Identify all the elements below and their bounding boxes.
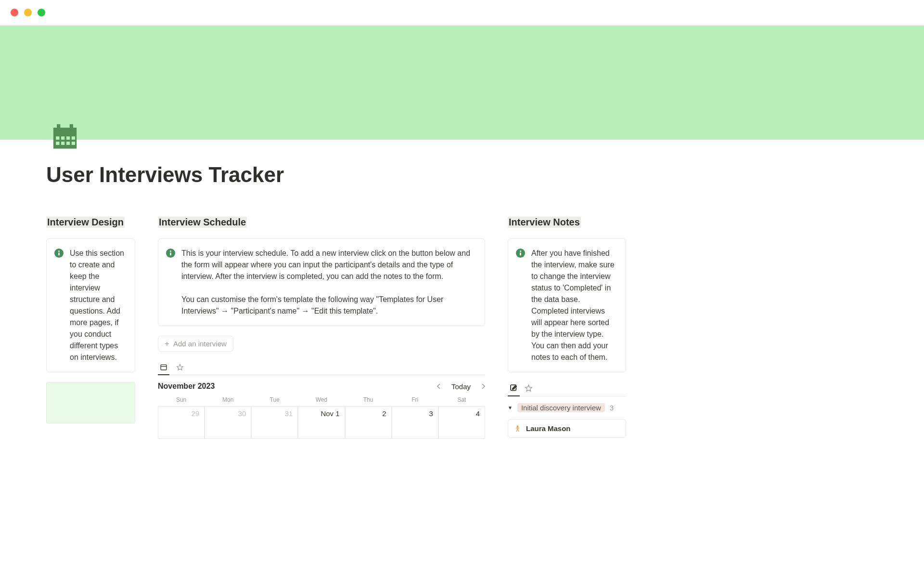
notes-view-tabs xyxy=(508,382,626,396)
calendar-cell[interactable]: 30 xyxy=(205,406,251,439)
calendar-month-label[interactable]: November 2023 xyxy=(158,382,215,391)
svg-rect-17 xyxy=(161,365,167,370)
day-label: Wed xyxy=(298,396,345,403)
columns: Interview Design Use this section to cre… xyxy=(46,217,878,439)
heading-interview-design[interactable]: Interview Design xyxy=(46,217,125,228)
day-label: Mon xyxy=(205,396,251,403)
page-icon[interactable] xyxy=(51,122,79,150)
interview-note-item[interactable]: Laura Mason xyxy=(508,419,626,438)
add-interview-button[interactable]: + Add an interview xyxy=(158,336,233,352)
svg-rect-9 xyxy=(66,142,70,145)
day-label: Sat xyxy=(438,396,485,403)
info-icon xyxy=(54,249,64,258)
svg-rect-10 xyxy=(72,142,75,145)
chevron-right-icon[interactable] xyxy=(481,383,485,389)
svg-rect-2 xyxy=(70,124,73,129)
svg-rect-4 xyxy=(61,136,64,140)
svg-rect-5 xyxy=(66,136,70,140)
collapse-toggle-icon[interactable]: ▼ xyxy=(508,405,513,410)
person-name: Laura Mason xyxy=(526,424,571,433)
column-interview-design: Interview Design Use this section to cre… xyxy=(46,217,135,439)
calendar-cell[interactable]: Nov 1 xyxy=(298,406,345,439)
star-view-tab[interactable] xyxy=(523,382,535,396)
edit-view-tab[interactable] xyxy=(508,382,520,396)
svg-rect-6 xyxy=(72,136,75,140)
calendar-nav: Today xyxy=(437,382,485,391)
heading-interview-notes[interactable]: Interview Notes xyxy=(508,217,581,228)
page-cover[interactable] xyxy=(0,26,924,140)
day-label: Tue xyxy=(251,396,298,403)
svg-point-15 xyxy=(170,250,171,252)
close-window-icon[interactable] xyxy=(11,9,18,16)
calendar-cell[interactable]: 31 xyxy=(251,406,298,439)
maximize-window-icon[interactable] xyxy=(38,9,45,16)
person-icon xyxy=(514,425,521,432)
callout-schedule[interactable]: This is your interview schedule. To add … xyxy=(158,238,485,326)
heading-interview-schedule[interactable]: Interview Schedule xyxy=(158,217,247,228)
callout-schedule-text: This is your interview schedule. To add … xyxy=(181,248,476,317)
star-view-tab[interactable] xyxy=(174,362,186,375)
window-controls xyxy=(0,0,924,26)
calendar-day-labels: Sun Mon Tue Wed Thu Fri Sat xyxy=(158,396,485,403)
calendar-cell[interactable]: 29 xyxy=(158,406,205,439)
calendar-cell[interactable]: 2 xyxy=(345,406,392,439)
calendar-view-tab[interactable] xyxy=(158,361,169,375)
callout-design[interactable]: Use this section to create and keep the … xyxy=(46,238,135,372)
callout-notes[interactable]: After you have finished the interview, m… xyxy=(508,238,626,372)
svg-point-20 xyxy=(520,250,521,252)
calendar-grid: 29 30 31 Nov 1 2 3 4 xyxy=(158,406,485,439)
info-icon xyxy=(516,249,525,258)
svg-rect-8 xyxy=(61,142,64,145)
info-icon xyxy=(166,249,175,258)
day-label: Thu xyxy=(345,396,392,403)
day-label: Fri xyxy=(392,396,438,403)
plus-icon: + xyxy=(165,340,169,348)
svg-point-12 xyxy=(58,250,60,252)
svg-rect-1 xyxy=(57,124,60,129)
group-tag: Initial discovery interview xyxy=(517,403,605,412)
today-button[interactable]: Today xyxy=(451,382,471,391)
column-interview-notes: Interview Notes After you have finished … xyxy=(508,217,626,439)
calendar-header: November 2023 Today xyxy=(158,382,485,391)
callout-notes-text: After you have finished the interview, m… xyxy=(531,248,617,363)
group-count: 3 xyxy=(610,404,614,412)
calendar-cell[interactable]: 3 xyxy=(392,406,438,439)
group-row[interactable]: ▼ Initial discovery interview 3 xyxy=(508,403,626,412)
calendar-cell[interactable]: 4 xyxy=(438,406,485,439)
linked-page-card[interactable] xyxy=(46,382,135,423)
add-interview-label: Add an interview xyxy=(173,340,227,348)
svg-rect-7 xyxy=(56,142,59,145)
day-label: Sun xyxy=(158,396,205,403)
svg-rect-3 xyxy=(56,136,59,140)
chevron-left-icon[interactable] xyxy=(437,383,441,389)
svg-rect-16 xyxy=(170,252,171,255)
page-title[interactable]: User Interviews Tracker xyxy=(46,163,878,187)
minimize-window-icon[interactable] xyxy=(24,9,32,16)
svg-rect-13 xyxy=(58,252,60,255)
column-interview-schedule: Interview Schedule This is your intervie… xyxy=(158,217,485,439)
svg-rect-21 xyxy=(520,252,521,255)
page-content: User Interviews Tracker Interview Design… xyxy=(0,140,924,439)
schedule-view-tabs xyxy=(158,361,485,375)
callout-design-text: Use this section to create and keep the … xyxy=(70,248,126,363)
